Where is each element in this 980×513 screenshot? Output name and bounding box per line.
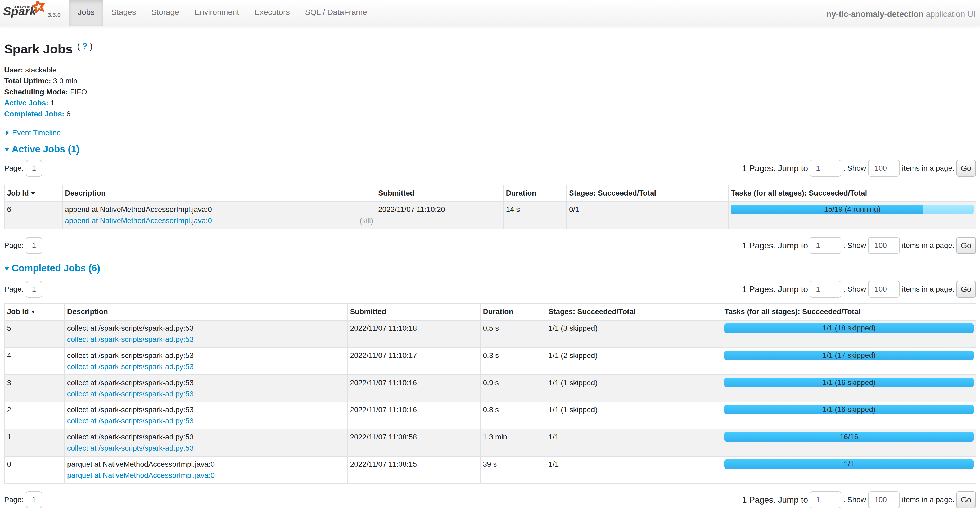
svg-text:Spark: Spark [3, 5, 37, 18]
